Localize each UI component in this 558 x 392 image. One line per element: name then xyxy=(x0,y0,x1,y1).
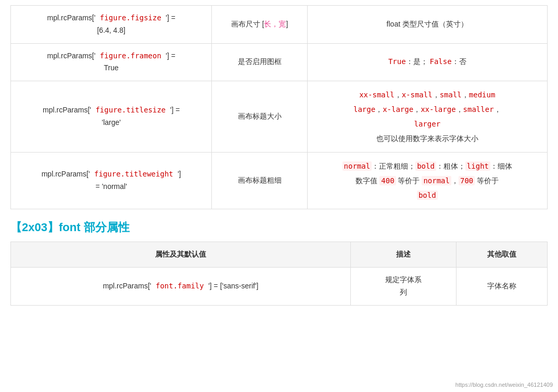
values-cell: normal：正常粗细；bold：粗体；light：细体 数字值 400 等价于… xyxy=(307,153,547,209)
code-value: medium xyxy=(469,91,496,99)
code-param: figure.figsize xyxy=(95,14,166,22)
param-cell: mpl.rcParams[' figure.titlesize '] ='lar… xyxy=(11,81,212,153)
code-value: 700 xyxy=(459,176,475,185)
desc-cell: 是否启用图框 xyxy=(212,43,307,81)
code-value: xx-small xyxy=(359,91,394,99)
table-row: mpl.rcParams[' figure.titleweight ']= 'n… xyxy=(11,153,548,209)
desc-cell: 画布标题粗细 xyxy=(212,153,307,209)
code-value: bold xyxy=(415,161,436,171)
desc-cell: 规定字体系列 xyxy=(351,267,456,305)
code-value: normal xyxy=(343,161,372,171)
param-cell: mpl.rcParams[' font.family '] = ['sans-s… xyxy=(11,267,351,305)
table-row: mpl.rcParams[' font.family '] = ['sans-s… xyxy=(11,267,548,305)
code-value: True xyxy=(388,57,406,66)
code-param: figure.frameon xyxy=(95,52,166,60)
code-value: bold xyxy=(417,191,438,200)
figure-params-table: mpl.rcParams[' figure.figsize '] =[6.4, … xyxy=(10,5,548,209)
values-cell: True：是； False：否 xyxy=(307,43,547,81)
code-param: figure.titleweight xyxy=(90,170,178,178)
param-cell: mpl.rcParams[' figure.frameon '] =True xyxy=(11,43,212,81)
code-value: x-small xyxy=(402,91,433,99)
values-cell: 字体名称 xyxy=(456,267,547,305)
code-value: large xyxy=(353,105,375,113)
code-param: figure.titlesize xyxy=(91,106,170,114)
param-cell: mpl.rcParams[' figure.figsize '] =[6.4, … xyxy=(11,6,212,44)
col-header-values: 其他取值 xyxy=(456,242,547,268)
code-value: x-large xyxy=(383,105,413,113)
code-value: xx-large xyxy=(421,105,455,113)
code-value: light xyxy=(465,161,490,171)
values-cell: float 类型尺寸值（英寸） xyxy=(307,6,547,44)
code-value: False xyxy=(430,57,452,66)
page-container: mpl.rcParams[' figure.figsize '] =[6.4, … xyxy=(0,0,558,326)
code-value: 400 xyxy=(379,176,396,185)
values-cell: xx-small，x-small，small，medium large，x-la… xyxy=(307,81,547,153)
table-header-row: 属性及其默认值 描述 其他取值 xyxy=(11,242,548,268)
code-param: font.family xyxy=(151,282,209,290)
desc-cell: 画布标题大小 xyxy=(212,81,307,153)
code-value: smaller xyxy=(463,105,494,113)
desc-highlight: 长，宽 xyxy=(264,20,286,28)
param-cell: mpl.rcParams[' figure.titleweight ']= 'n… xyxy=(11,153,212,209)
col-header-param: 属性及其默认值 xyxy=(11,242,351,268)
section-title: 【2x03】font 部分属性 xyxy=(10,220,548,235)
code-value: small xyxy=(440,91,462,99)
table-row: mpl.rcParams[' figure.titlesize '] ='lar… xyxy=(11,81,548,153)
code-value: larger xyxy=(414,120,441,128)
table-row: mpl.rcParams[' figure.frameon '] =True 是… xyxy=(11,43,548,81)
desc-cell: 画布尺寸 [长，宽] xyxy=(212,6,307,44)
code-value: normal xyxy=(422,176,451,185)
table-row: mpl.rcParams[' figure.figsize '] =[6.4, … xyxy=(11,6,548,44)
col-header-desc: 描述 xyxy=(351,242,456,268)
font-params-table: 属性及其默认值 描述 其他取值 mpl.rcParams[' font.fami… xyxy=(10,242,548,305)
